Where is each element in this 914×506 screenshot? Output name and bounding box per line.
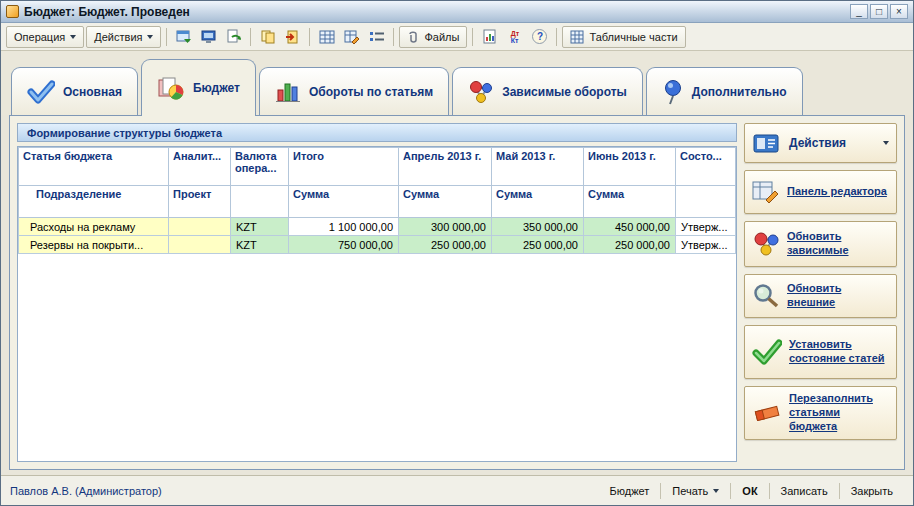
maximize-button[interactable]: □ [870,4,888,19]
col-header-sum-total[interactable]: Сумма [289,186,399,218]
cell-june[interactable]: 250 000,00 [584,236,676,254]
col-header-sum-june[interactable]: Сумма [584,186,676,218]
cell-may[interactable]: 250 000,00 [492,236,584,254]
refill-articles-label: Перезаполнить статьями бюджета [789,392,889,433]
grid-icon [570,30,584,44]
refresh-document-button[interactable] [222,26,245,48]
monitor-button[interactable] [197,26,220,48]
cell-currency[interactable]: KZT [231,236,289,254]
refill-articles-button[interactable]: Перезаполнить статьями бюджета [744,386,897,440]
paste-button[interactable] [281,26,304,48]
chevron-down-icon [713,489,719,493]
budget-menu-button[interactable]: Бюджет [598,483,660,499]
form-buttons: Бюджет Печать ОК Записать Закрыть [598,483,904,499]
cell-may[interactable]: 350 000,00 [492,218,584,236]
col-header-april[interactable]: Апрель 2013 г. [399,148,492,186]
budget-table-container[interactable]: Статья бюджета Аналит... Валюта опера...… [17,146,737,462]
table-icon [319,29,335,45]
sidebar-actions-button[interactable]: Действия [744,123,897,163]
operation-menu-button[interactable]: Операция [6,26,84,48]
col-header-project[interactable]: Проект [169,186,231,218]
col-header-subdivision[interactable]: Подразделение [19,186,169,218]
budget-table: Статья бюджета Аналит... Валюта опера...… [18,147,736,254]
list-setup-button[interactable] [365,26,388,48]
table-settings-button[interactable] [315,26,338,48]
tab-oboroty-po-statyam[interactable]: Обороты по статьям [259,67,449,115]
table-edit-button[interactable] [340,26,363,48]
cell-article[interactable]: Расходы на рекламу [19,218,169,236]
action-sidebar: Действия Панель редактора Обновить завис… [744,123,897,462]
cell-status[interactable]: Утверж... [676,218,736,236]
refresh-external-button[interactable]: Обновить внешние [744,274,897,318]
refresh-external-label: Обновить внешние [787,282,889,310]
tabular-parts-button[interactable]: Табличные части [562,26,685,48]
col-header-sum-april[interactable]: Сумма [399,186,492,218]
pushpin-icon [662,79,684,105]
cell-june[interactable]: 450 000,00 [584,218,676,236]
tab-dopolnitelno[interactable]: Дополнительно [646,67,803,115]
files-button[interactable]: Файлы [399,26,467,48]
col-header-june[interactable]: Июнь 2013 г. [584,148,676,186]
tab-zavisimye-oboroty[interactable]: Зависимые обороты [452,67,643,115]
refresh-icon [226,29,242,45]
tab-label: Обороты по статьям [309,85,433,99]
window-icon [176,29,192,45]
actions-menu-button[interactable]: Действия [86,26,161,48]
app-window: Бюджет: Бюджет. Проведен _ □ × Операция … [0,0,914,506]
table-header-row-1: Статья бюджета Аналит... Валюта опера...… [19,148,736,186]
tab-byudzhet[interactable]: Бюджет [141,59,256,116]
minimize-button[interactable]: _ [850,4,868,19]
cell-april[interactable]: 250 000,00 [399,236,492,254]
open-form-button[interactable] [172,26,195,48]
editor-panel-button[interactable]: Панель редактора [744,170,897,214]
toolbar-separator [250,28,251,46]
col-header-sum-may[interactable]: Сумма [492,186,584,218]
toolbar-separator [393,28,394,46]
cell-currency[interactable]: KZT [231,218,289,236]
copy-button[interactable] [256,26,279,48]
posting-dtkt-button[interactable]: Дт Кт [503,26,526,48]
cell-status[interactable]: Утверж... [676,236,736,254]
refresh-dependent-label: Обновить зависимые [787,230,889,258]
dtkt-icon: Дт Кт [511,30,519,44]
list-icon [369,29,385,45]
cell-analytics[interactable] [169,236,231,254]
close-form-button[interactable]: Закрыть [840,483,904,499]
help-button[interactable]: ? [528,26,551,48]
set-article-state-button[interactable]: Установить состояние статей [744,325,897,379]
refresh-dependent-button[interactable]: Обновить зависимые [744,221,897,267]
budget-documents-icon [157,75,185,101]
table-row[interactable]: Резервы на покрыти... KZT 750 000,00 250… [19,236,736,254]
ok-button[interactable]: ОК [731,483,768,499]
monitor-icon [201,29,217,45]
close-button[interactable]: × [890,4,908,19]
table-row[interactable]: Расходы на рекламу KZT 1 100 000,00 300 … [19,218,736,236]
report-button[interactable] [478,26,501,48]
col-header-currency[interactable]: Валюта опера... [231,148,289,186]
write-button[interactable]: Записать [770,483,839,499]
set-article-state-label: Установить состояние статей [789,338,889,366]
editor-panel-label: Панель редактора [787,185,887,199]
cell-total[interactable]: 1 100 000,00 [289,218,399,236]
panel-caption: Формирование структуры бюджета [17,123,737,142]
molecule-icon [468,80,494,104]
col-header-article[interactable]: Статья бюджета [19,148,169,186]
col-header-analytics[interactable]: Аналит... [169,148,231,186]
cell-april[interactable]: 300 000,00 [399,218,492,236]
help-icon: ? [532,29,547,44]
col-header-may[interactable]: Май 2013 г. [492,148,584,186]
cell-analytics[interactable] [169,218,231,236]
window-title: Бюджет: Бюджет. Проведен [24,5,845,19]
col-header-empty [231,186,289,218]
chevron-down-icon [147,35,153,39]
cell-total[interactable]: 750 000,00 [289,236,399,254]
sidebar-actions-label: Действия [789,136,876,150]
col-header-total[interactable]: Итого [289,148,399,186]
print-label: Печать [672,485,708,497]
col-header-status[interactable]: Состо... [676,148,736,186]
print-button[interactable]: Печать [661,483,730,499]
tab-osnovnaya[interactable]: Основная [11,67,138,115]
cell-article[interactable]: Резервы на покрыти... [19,236,169,254]
current-user-label: Павлов А.В. (Администратор) [10,485,598,497]
budget-structure-panel: Формирование структуры бюджета Статья бю… [17,123,737,462]
